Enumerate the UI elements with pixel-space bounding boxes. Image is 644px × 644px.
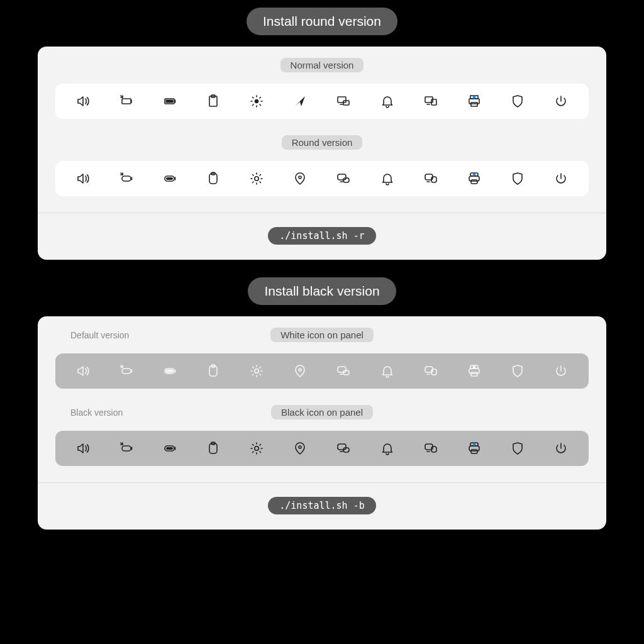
svg-line-69 (260, 367, 261, 369)
card-black: Default version White icon on panel Blac… (38, 316, 606, 530)
privacy-shield-icon (509, 362, 526, 380)
command-pill-black: ./install.sh -b (268, 497, 375, 514)
svg-point-43 (299, 176, 301, 179)
battery-full-icon (161, 440, 179, 457)
svg-line-68 (253, 374, 254, 375)
svg-line-13 (260, 104, 261, 106)
location-icon (291, 362, 309, 380)
brightness-icon (248, 170, 265, 187)
svg-rect-79 (471, 372, 477, 376)
svg-point-88 (255, 447, 258, 450)
svg-line-41 (253, 182, 254, 183)
icon-row-round (55, 161, 589, 196)
volume-icon (74, 362, 92, 380)
volume-icon (74, 92, 92, 110)
location-icon (291, 170, 309, 187)
location-icon (291, 440, 309, 457)
battery-charging-icon (118, 440, 135, 457)
brightness-icon (248, 440, 265, 457)
clipboard-icon (204, 440, 222, 457)
clipboard-icon (204, 362, 222, 380)
card-round: Normal version (38, 47, 606, 260)
svg-line-14 (253, 104, 254, 106)
screen-cast-icon (335, 362, 352, 380)
privacy-shield-icon (509, 440, 526, 457)
command-pill-round: ./install.sh -r (268, 227, 375, 245)
svg-line-93 (253, 445, 254, 446)
page: Install round version Normal version (0, 0, 644, 562)
svg-line-39 (253, 175, 254, 176)
sublabel-white-on-panel: White icon on panel (270, 328, 374, 342)
brightness-icon (248, 362, 265, 380)
battery-charging-icon (118, 92, 135, 110)
multi-display-icon (422, 362, 440, 380)
svg-line-42 (260, 175, 261, 176)
side-label-default: Default version (70, 330, 129, 340)
svg-line-95 (253, 452, 254, 453)
svg-rect-71 (338, 367, 346, 372)
svg-line-96 (260, 445, 261, 446)
power-icon (552, 440, 570, 457)
icon-row-white-on-gray (55, 353, 589, 389)
notification-bell-icon (379, 92, 396, 110)
screen-cast-icon (335, 92, 352, 110)
svg-rect-81 (122, 446, 131, 451)
multi-display-icon (422, 170, 440, 187)
svg-line-12 (253, 97, 254, 99)
screen-cast-icon (335, 440, 352, 457)
section-title-round: Install round version (247, 8, 397, 35)
privacy-shield-icon (509, 92, 526, 110)
svg-rect-53 (473, 174, 475, 175)
battery-full-icon (161, 170, 179, 187)
battery-charging-icon (118, 170, 135, 187)
notification-bell-icon (379, 440, 396, 457)
svg-line-67 (260, 374, 261, 375)
multi-display-icon (422, 440, 440, 457)
printer-icon (465, 92, 483, 110)
location-icon (291, 92, 309, 110)
printer-icon (465, 362, 483, 380)
svg-rect-30 (166, 177, 173, 180)
command-footer-black: ./install.sh -b (55, 483, 589, 530)
battery-charging-icon (118, 362, 135, 380)
svg-rect-98 (338, 444, 346, 450)
volume-icon (74, 440, 92, 457)
svg-rect-80 (473, 366, 475, 368)
screen-cast-icon (335, 170, 352, 187)
clipboard-icon (204, 92, 222, 110)
svg-line-15 (260, 97, 261, 99)
icon-row-black-on-gray (55, 431, 589, 466)
svg-line-66 (253, 367, 254, 369)
printer-icon (465, 440, 483, 457)
svg-point-7 (255, 99, 258, 103)
svg-rect-52 (471, 180, 477, 184)
notification-bell-icon (379, 170, 396, 187)
section-title-black: Install black version (248, 277, 396, 305)
svg-rect-84 (166, 447, 173, 450)
svg-rect-54 (122, 369, 131, 374)
svg-rect-17 (338, 97, 346, 103)
svg-rect-44 (338, 174, 346, 180)
svg-point-70 (299, 369, 301, 371)
power-icon (552, 92, 570, 110)
svg-rect-25 (471, 103, 477, 106)
command-footer-round: ./install.sh -r (55, 213, 589, 260)
svg-point-34 (255, 177, 258, 180)
svg-line-40 (260, 182, 261, 183)
svg-rect-107 (473, 443, 475, 445)
multi-display-icon (422, 92, 440, 110)
side-label-black: Black version (70, 408, 123, 418)
brightness-icon (248, 92, 265, 110)
svg-point-61 (255, 369, 258, 373)
svg-rect-26 (473, 96, 475, 98)
clipboard-icon (204, 170, 222, 187)
svg-point-97 (299, 446, 301, 448)
power-icon (552, 362, 570, 380)
svg-rect-3 (166, 100, 174, 103)
svg-rect-0 (122, 99, 131, 104)
icon-row-normal (55, 84, 589, 119)
svg-rect-27 (122, 176, 131, 181)
volume-icon (74, 170, 92, 187)
power-icon (552, 170, 570, 187)
sublabel-black-on-panel: Black icon on panel (271, 405, 373, 419)
